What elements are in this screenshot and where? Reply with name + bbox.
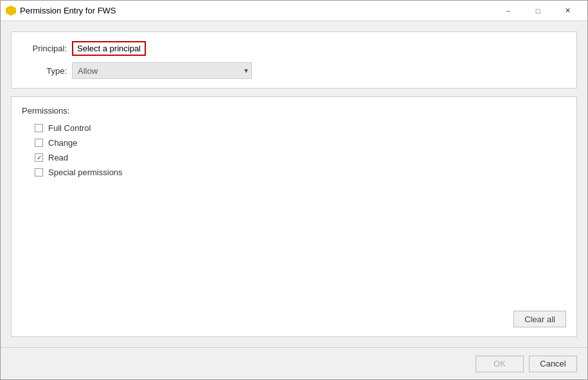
- special-permissions-label: Special permissions: [48, 168, 123, 177]
- permissions-section: Permissions: Full Control Change Read Sp…: [11, 96, 577, 337]
- maximize-button[interactable]: □: [523, 1, 553, 21]
- ok-button[interactable]: OK: [476, 356, 524, 372]
- permission-entry-dialog: Permission Entry for FWS − □ ✕ Principal…: [0, 0, 588, 380]
- clear-all-button[interactable]: Clear all: [513, 311, 566, 327]
- permissions-list: Full Control Change Read Special permiss…: [22, 123, 566, 177]
- title-bar: Permission Entry for FWS − □ ✕: [1, 1, 587, 21]
- close-button[interactable]: ✕: [553, 1, 582, 21]
- principal-section: Principal: Select a principal Type: Allo…: [11, 31, 577, 89]
- type-select-wrapper: Allow Deny: [72, 62, 252, 79]
- select-principal-link[interactable]: Select a principal: [72, 41, 146, 56]
- read-label: Read: [48, 153, 68, 162]
- full-control-checkbox[interactable]: [35, 124, 43, 132]
- permission-change: Change: [35, 138, 566, 148]
- principal-label: Principal:: [22, 44, 67, 53]
- type-select[interactable]: Allow Deny: [72, 62, 252, 79]
- principal-row: Principal: Select a principal: [22, 41, 566, 56]
- read-checkbox[interactable]: [35, 153, 43, 162]
- minimize-button[interactable]: −: [494, 1, 523, 21]
- permission-read: Read: [35, 153, 566, 162]
- bottom-bar: OK Cancel: [1, 347, 587, 379]
- change-label: Change: [48, 138, 78, 148]
- special-permissions-checkbox[interactable]: [35, 168, 43, 177]
- permission-special: Special permissions: [35, 168, 566, 177]
- window-controls: − □ ✕: [494, 1, 582, 21]
- change-checkbox[interactable]: [35, 139, 43, 147]
- type-label: Type:: [22, 66, 67, 76]
- clear-all-area: Clear all: [22, 177, 566, 327]
- full-control-label: Full Control: [48, 123, 91, 133]
- type-row: Type: Allow Deny: [22, 62, 566, 79]
- content-area: Principal: Select a principal Type: Allo…: [1, 21, 587, 347]
- permissions-title: Permissions:: [22, 106, 566, 116]
- permission-full-control: Full Control: [35, 123, 566, 133]
- cancel-button[interactable]: Cancel: [529, 356, 577, 372]
- window-title: Permission Entry for FWS: [20, 6, 494, 15]
- window-icon: [6, 6, 16, 16]
